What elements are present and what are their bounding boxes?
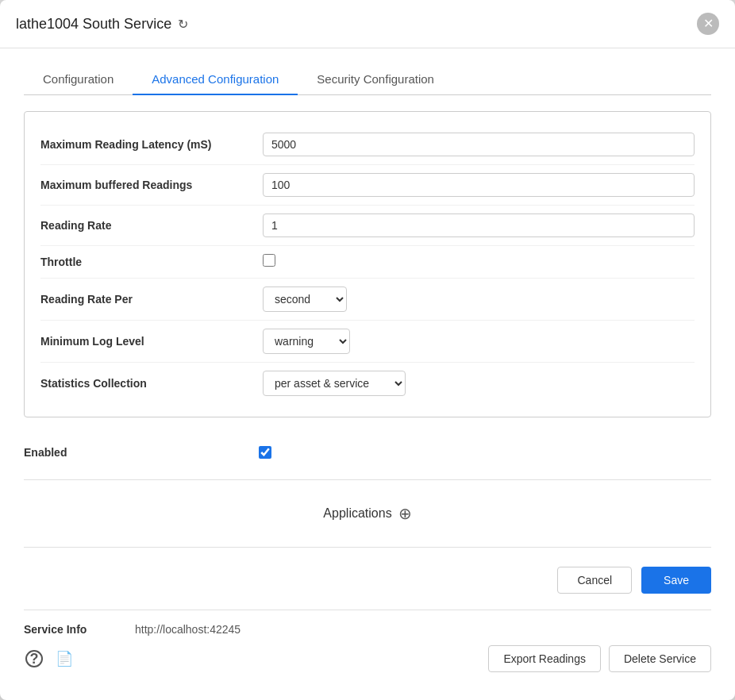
modal-body: Configuration Advanced Configuration Sec… xyxy=(0,48,735,700)
enabled-row: Enabled xyxy=(24,433,711,471)
applications-title: Applications xyxy=(323,506,391,521)
value-max-buffered-readings xyxy=(263,173,695,197)
config-row-max-buffered-readings: Maximum buffered Readings xyxy=(40,165,695,206)
label-reading-rate: Reading Rate xyxy=(40,219,263,232)
value-throttle xyxy=(263,254,695,270)
input-max-reading-latency[interactable] xyxy=(263,133,695,156)
input-max-buffered-readings[interactable] xyxy=(263,173,695,197)
config-row-max-reading-latency: Maximum Reading Latency (mS) xyxy=(40,125,695,165)
document-icon-button[interactable]: 📄 xyxy=(54,648,75,669)
info-icons: ? 📄 xyxy=(24,648,75,669)
value-statistics-collection: per asset & service per asset per servic… xyxy=(263,371,695,396)
config-row-reading-rate: Reading Rate xyxy=(40,206,695,246)
label-max-buffered-readings: Maximum buffered Readings xyxy=(40,179,263,191)
modal-title-row: lathe1004 South Service ↻ xyxy=(16,16,188,33)
select-statistics-collection[interactable]: per asset & service per asset per servic… xyxy=(263,371,406,396)
divider-1 xyxy=(24,479,711,480)
tab-advanced-configuration[interactable]: Advanced Configuration xyxy=(133,64,298,95)
applications-section: Applications ⊕ xyxy=(24,496,711,539)
close-button[interactable]: ✕ xyxy=(697,13,719,35)
tab-configuration[interactable]: Configuration xyxy=(24,64,133,95)
label-statistics-collection: Statistics Collection xyxy=(40,377,263,390)
tabs-container: Configuration Advanced Configuration Sec… xyxy=(24,64,711,95)
export-readings-button[interactable]: Export Readings xyxy=(488,645,601,672)
value-reading-rate xyxy=(263,213,695,237)
config-row-min-log-level: Minimum Log Level warning error info deb… xyxy=(40,321,695,363)
document-icon: 📄 xyxy=(56,651,73,667)
label-min-log-level: Minimum Log Level xyxy=(40,335,263,348)
select-min-log-level[interactable]: warning error info debug xyxy=(263,329,350,354)
modal-container: lathe1004 South Service ↻ ✕ Configuratio… xyxy=(0,0,735,700)
value-max-reading-latency xyxy=(263,133,695,156)
config-panel: Maximum Reading Latency (mS) Maximum buf… xyxy=(24,111,711,417)
enabled-label: Enabled xyxy=(24,446,246,459)
label-throttle: Throttle xyxy=(40,256,263,268)
label-max-reading-latency: Maximum Reading Latency (mS) xyxy=(40,138,263,151)
help-icon: ? xyxy=(25,650,43,667)
value-reading-rate-per: second minute hour xyxy=(263,287,695,312)
delete-service-button[interactable]: Delete Service xyxy=(609,645,711,672)
checkbox-throttle[interactable] xyxy=(263,254,275,267)
modal-header: lathe1004 South Service ↻ ✕ xyxy=(0,0,735,48)
label-reading-rate-per: Reading Rate Per xyxy=(40,293,263,306)
enabled-checkbox[interactable] xyxy=(259,446,271,459)
select-reading-rate-per[interactable]: second minute hour xyxy=(263,287,347,312)
divider-2 xyxy=(24,547,711,548)
input-reading-rate[interactable] xyxy=(263,213,695,237)
service-info-section: Service Info http://localhost:42245 ? 📄 … xyxy=(24,610,711,680)
service-info-url: http://localhost:42245 xyxy=(135,623,241,636)
bottom-action-buttons: Export Readings Delete Service xyxy=(488,645,711,672)
add-application-icon[interactable]: ⊕ xyxy=(398,504,412,523)
config-row-statistics-collection: Statistics Collection per asset & servic… xyxy=(40,363,695,404)
cancel-button[interactable]: Cancel xyxy=(557,567,632,594)
value-min-log-level: warning error info debug xyxy=(263,329,695,354)
refresh-icon[interactable]: ↻ xyxy=(178,17,188,32)
tab-security-configuration[interactable]: Security Configuration xyxy=(298,64,453,95)
config-row-reading-rate-per: Reading Rate Per second minute hour xyxy=(40,279,695,321)
config-row-throttle: Throttle xyxy=(40,246,695,279)
modal-title: lathe1004 South Service xyxy=(16,16,171,33)
service-info-row: Service Info http://localhost:42245 xyxy=(24,623,711,636)
service-info-label: Service Info xyxy=(24,623,119,636)
action-buttons: Cancel Save xyxy=(24,560,711,610)
help-icon-button[interactable]: ? xyxy=(24,648,44,669)
save-button[interactable]: Save xyxy=(641,567,711,594)
service-info-bottom: ? 📄 Export Readings Delete Service xyxy=(24,645,711,672)
